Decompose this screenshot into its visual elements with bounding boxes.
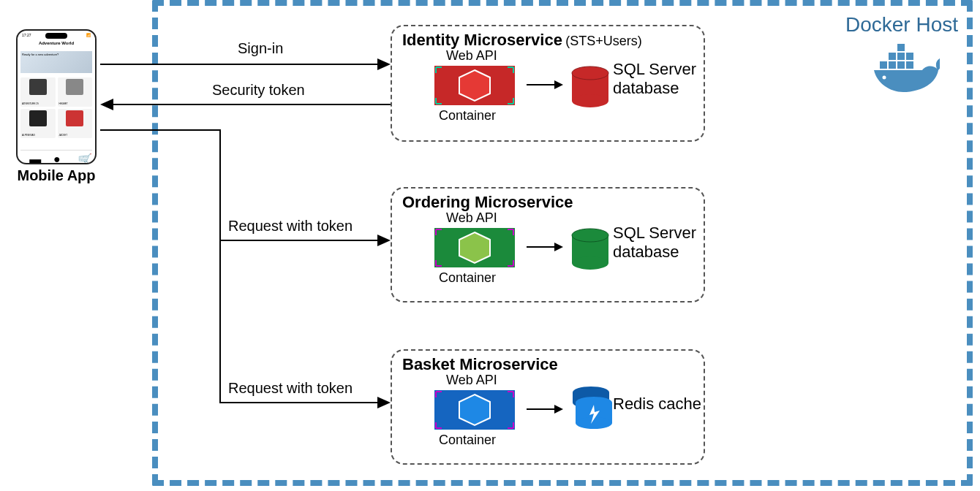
container-icon	[434, 390, 515, 430]
phone-hero-title: Ready for a new adventure?	[22, 53, 59, 56]
container-label: Container	[439, 270, 496, 286]
arrow-to-db-icon	[527, 240, 563, 254]
svg-rect-3	[906, 61, 913, 69]
arrow-head-right-icon	[377, 235, 391, 246]
phone-signal-icon: 📶	[86, 33, 91, 37]
edge-label-token: Security token	[212, 82, 305, 99]
ms-title: Basket Microservice	[402, 355, 558, 373]
docker-host-label: Docker Host	[845, 13, 958, 37]
product-card: JACKET	[58, 109, 93, 138]
edge-request-basket	[219, 402, 380, 403]
product-card: ADVENTURE 29	[20, 77, 56, 107]
mobile-phone-mock: 17:27 📶 Adventure World Ready for a new …	[16, 29, 97, 164]
svg-rect-1	[889, 61, 896, 69]
phone-app-title: Adventure World	[20, 41, 92, 45]
edge-label-request1: Request with token	[228, 218, 353, 235]
svg-rect-4	[889, 53, 896, 60]
svg-marker-12	[377, 397, 391, 408]
arrow-head-right-icon	[377, 397, 391, 408]
phone-time: 17:27	[22, 33, 31, 37]
phone-product-grid: ADVENTURE 29 HELMET ALPINE BAG JACKET	[20, 77, 92, 138]
svg-marker-11	[377, 235, 391, 246]
cart-icon: 🛒	[78, 153, 83, 159]
storage-label-identity: SQL Server database	[613, 60, 715, 98]
docker-whale-icon	[874, 44, 940, 95]
redis-cache-icon	[570, 386, 614, 435]
mobile-app: 17:27 📶 Adventure World Ready for a new …	[16, 29, 97, 184]
svg-rect-7	[897, 44, 905, 51]
phone-bottom-nav: ▬ ● 🛒	[20, 150, 92, 160]
edge-signin	[100, 64, 382, 65]
svg-point-19	[572, 94, 608, 107]
product-card: HELMET	[58, 77, 93, 107]
storage-label-basket: Redis cache	[613, 395, 730, 414]
phone-status-bar: 17:27 📶	[22, 33, 91, 37]
database-icon	[570, 228, 610, 272]
edge-trunk-vertical	[219, 129, 221, 403]
svg-point-8	[883, 76, 886, 80]
container-icon	[434, 66, 515, 105]
svg-marker-32	[554, 405, 563, 414]
svg-rect-6	[906, 53, 913, 60]
svg-point-27	[572, 256, 608, 270]
svg-marker-22	[459, 232, 490, 263]
svg-marker-30	[459, 395, 490, 425]
container-label: Container	[439, 433, 496, 448]
container-label: Container	[439, 108, 496, 123]
svg-marker-24	[554, 243, 563, 251]
product-card: ALPINE BAG	[20, 109, 56, 138]
svg-rect-2	[897, 61, 905, 69]
arrow-head-left-icon	[100, 99, 113, 110]
ms-title: Identity Microservice	[402, 31, 562, 49]
ms-subtitle: (STS+Users)	[565, 34, 642, 48]
webapi-label: Web API	[446, 373, 497, 388]
edge-label-request2: Request with token	[228, 380, 353, 397]
home-icon: ▬	[29, 153, 35, 159]
architecture-diagram: Docker Host 17:27 📶 Adventure World Read…	[0, 0, 980, 491]
webapi-label: Web API	[446, 210, 497, 226]
arrow-head-right-icon	[377, 58, 391, 70]
svg-marker-9	[377, 58, 391, 70]
edge-label-signin: Sign-in	[238, 40, 283, 57]
webapi-label: Web API	[446, 48, 497, 64]
svg-rect-0	[880, 61, 887, 69]
arrow-to-db-icon	[527, 77, 563, 92]
edge-request-ordering	[219, 240, 380, 241]
database-icon	[570, 66, 610, 110]
svg-marker-14	[459, 70, 490, 101]
edge-security-token	[111, 104, 391, 105]
svg-rect-5	[897, 53, 905, 60]
user-icon: ●	[53, 153, 59, 159]
svg-marker-10	[100, 99, 113, 110]
arrow-to-cache-icon	[527, 402, 563, 416]
mobile-app-label: Mobile App	[16, 167, 97, 184]
phone-hero-banner: Ready for a new adventure?	[20, 51, 92, 73]
ms-title: Ordering Microservice	[402, 193, 573, 211]
svg-marker-16	[554, 80, 563, 89]
storage-label-ordering: SQL Server database	[613, 224, 715, 262]
edge-trunk-horizontal	[100, 129, 221, 131]
container-icon	[434, 228, 515, 267]
